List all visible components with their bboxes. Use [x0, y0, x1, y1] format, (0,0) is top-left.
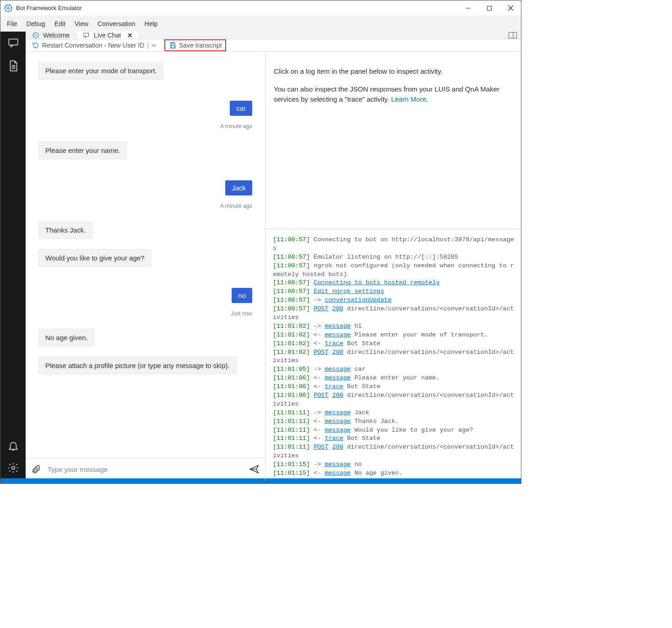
log-line[interactable]: [11:00:57] POST 200 directline/conversat… — [273, 305, 517, 322]
bot-message[interactable]: Please enter your mode of transport. — [38, 62, 252, 82]
app-title: Bot Framework Emulator — [16, 5, 82, 11]
attach-icon[interactable] — [31, 464, 41, 474]
menu-edit[interactable]: Edit — [50, 17, 70, 30]
notifications-icon[interactable] — [7, 440, 19, 452]
message-bubble: Please enter your mode of transport. — [38, 62, 163, 80]
log-line[interactable]: [11:01:02] <- message Please enter your … — [273, 331, 517, 340]
bot-message[interactable]: Please enter your name. — [38, 141, 252, 162]
log-line[interactable]: [11:01:11] <- message Would you like to … — [273, 426, 517, 435]
message-bubble: Please attach a profile picture (or type… — [38, 357, 237, 374]
minimize-button[interactable] — [458, 1, 479, 16]
log-link[interactable]: POST — [314, 349, 328, 356]
log-line[interactable]: [11:01:11] -> message Jack — [273, 409, 517, 417]
user-message[interactable]: no — [38, 288, 252, 303]
svg-rect-2 — [488, 6, 492, 10]
tab-bar: Welcome Live Chat ✕ — [26, 32, 521, 39]
save-transcript-button[interactable]: Save transcript — [164, 39, 226, 51]
tab-livechat[interactable]: Live Chat ✕ — [76, 32, 140, 39]
learn-more-link[interactable]: Learn More — [391, 95, 426, 103]
log-link[interactable]: 200 — [332, 444, 343, 450]
log-link[interactable]: trace — [325, 435, 343, 442]
log-link[interactable]: conversationUpdate — [325, 297, 391, 303]
menu-view[interactable]: View — [70, 17, 93, 30]
log-link[interactable]: message — [325, 323, 351, 330]
svg-rect-5 — [9, 39, 18, 45]
close-tab-icon[interactable]: ✕ — [127, 32, 133, 39]
chevron-down-icon[interactable] — [152, 43, 156, 48]
chat-icon[interactable] — [7, 37, 19, 49]
message-input[interactable] — [48, 466, 242, 473]
log-line[interactable]: [11:01:11] POST 200 directline/conversat… — [273, 443, 517, 460]
log-link[interactable]: POST — [314, 392, 328, 399]
bot-message[interactable]: Please attach a profile picture (or type… — [38, 357, 252, 377]
user-message[interactable]: Jack — [38, 180, 252, 195]
settings-icon[interactable] — [7, 462, 19, 474]
log-link[interactable]: message — [325, 418, 351, 425]
log-line[interactable]: [11:01:11] <- message Thanks Jack. — [273, 417, 517, 426]
resources-icon[interactable] — [7, 60, 19, 72]
bot-message[interactable]: Would you like to give your age? — [38, 249, 252, 270]
log-link[interactable]: message — [325, 409, 351, 416]
log-link[interactable]: Connecting to bots hosted remotely — [314, 279, 439, 286]
log-line[interactable]: [11:01:06] <- message Please enter your … — [273, 374, 517, 383]
log-link[interactable]: trace — [325, 383, 343, 390]
chat-transcript[interactable]: Please enter your mode of transport.carA… — [26, 52, 265, 458]
log-link[interactable]: message — [325, 366, 351, 373]
log-line[interactable]: [11:00:57] ngrok not configured (only ne… — [273, 262, 517, 279]
window-titlebar: Bot Framework Emulator — [0, 0, 521, 16]
log-link[interactable]: 200 — [332, 349, 343, 356]
bot-message[interactable]: Thanks Jack. — [38, 221, 252, 242]
restart-icon — [32, 42, 39, 49]
log-line[interactable]: [11:01:02] <- trace Bot State — [273, 340, 517, 348]
log-link[interactable]: message — [325, 470, 351, 476]
log-link[interactable]: 200 — [332, 305, 343, 312]
message-composer — [26, 458, 265, 481]
svg-rect-15 — [171, 46, 174, 48]
log-line[interactable]: [11:01:06] <- trace Bot State — [273, 383, 517, 391]
user-message[interactable]: car — [38, 101, 252, 116]
message-bubble: no — [232, 288, 252, 303]
log-link[interactable]: message — [325, 331, 351, 338]
log-link[interactable]: message — [325, 461, 351, 468]
send-icon[interactable] — [249, 464, 260, 475]
close-button[interactable] — [500, 1, 521, 16]
log-line[interactable]: [11:00:57] Emulator listening on http://… — [273, 253, 517, 262]
log-link[interactable]: message — [325, 427, 351, 433]
maximize-button[interactable] — [479, 1, 500, 16]
log-line[interactable]: [11:00:57] Edit ngrok settings — [273, 287, 517, 296]
bot-message[interactable]: No age given. — [38, 329, 252, 349]
log-line[interactable]: [11:00:57] -> conversationUpdate — [273, 296, 517, 305]
log-line[interactable]: [11:01:15] <- message No age given. — [273, 469, 517, 478]
log-link[interactable]: message — [325, 374, 351, 381]
log-panel[interactable]: [11:00:57] Connecting to bot on http://l… — [266, 229, 521, 481]
menu-debug[interactable]: Debug — [22, 17, 50, 30]
message-bubble: Please enter your name. — [38, 141, 127, 159]
svg-point-0 — [5, 5, 12, 11]
log-line[interactable]: [11:01:02] -> message hi — [273, 322, 517, 331]
tab-livechat-label: Live Chat — [94, 32, 121, 39]
svg-point-10 — [33, 32, 38, 38]
tab-welcome-label: Welcome — [43, 32, 70, 39]
log-line[interactable]: [11:01:05] -> message car — [273, 365, 517, 374]
log-link[interactable]: Edit ngrok settings — [314, 288, 384, 295]
log-line[interactable]: [11:01:02] POST 200 directline/conversat… — [273, 348, 517, 366]
log-line[interactable]: [11:00:57] Connecting to bots hosted rem… — [273, 279, 517, 287]
menu-help[interactable]: Help — [140, 17, 163, 30]
log-line[interactable]: [11:00:57] Connecting to bot on http://l… — [273, 236, 517, 253]
message-timestamp: A minute ago — [38, 203, 252, 209]
save-transcript-label: Save transcript — [179, 42, 222, 49]
tab-welcome[interactable]: Welcome — [26, 32, 76, 39]
menu-conversation[interactable]: Conversation — [93, 17, 140, 30]
log-link[interactable]: POST — [314, 305, 328, 312]
log-line[interactable]: [11:01:06] POST 200 directline/conversat… — [273, 391, 517, 409]
app-icon — [4, 4, 12, 12]
restart-conversation-button[interactable]: Restart Conversation - New User ID | — [32, 42, 156, 49]
log-link[interactable]: POST — [314, 444, 328, 450]
menu-file[interactable]: File — [2, 17, 22, 30]
log-line[interactable]: [11:01:11] <- trace Bot State — [273, 434, 517, 443]
inspector-line2: You can also inspect the JSON responses … — [274, 84, 513, 105]
log-link[interactable]: 200 — [332, 392, 343, 399]
panel-layout-toggle[interactable] — [504, 32, 521, 39]
log-link[interactable]: trace — [325, 340, 343, 347]
log-line[interactable]: [11:01:15] -> message no — [273, 460, 517, 469]
